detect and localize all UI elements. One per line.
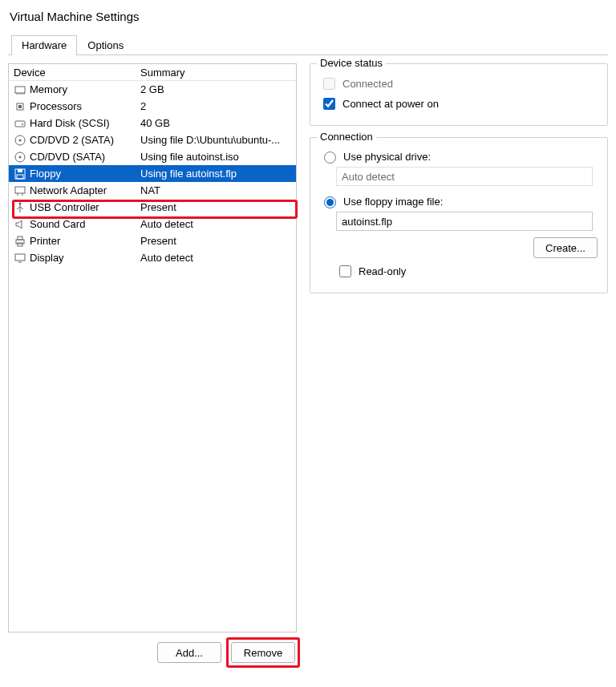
tabstrip: Hardware Options: [8, 34, 608, 55]
device-summary: Using file autoinst.flp: [140, 168, 293, 180]
device-name: Floppy: [30, 168, 61, 180]
device-summary: 2 GB: [140, 83, 293, 95]
device-summary: Present: [140, 235, 293, 247]
device-list-footer: Add... Remove: [8, 632, 297, 663]
connect-poweron-row[interactable]: Connect at power on: [320, 95, 598, 112]
use-physical-label: Use physical drive:: [343, 151, 431, 163]
use-physical-radio[interactable]: [324, 152, 336, 164]
vm-settings-window: Virtual Machine Settings Hardware Option…: [0, 0, 616, 669]
disc-icon: [14, 151, 26, 164]
device-row-usb[interactable]: USB ControllerPresent: [9, 199, 296, 216]
group-connection: Connection Use physical drive: Use flopp…: [310, 137, 608, 293]
physical-drive-field-wrap: [336, 167, 598, 186]
device-summary: Auto detect: [140, 252, 293, 264]
device-name: Processors: [30, 100, 82, 112]
use-image-radio[interactable]: [324, 196, 336, 208]
device-row-floppy[interactable]: FloppyUsing file autoinst.flp: [9, 165, 296, 182]
device-summary: Present: [140, 201, 293, 213]
remove-button[interactable]: Remove: [231, 642, 295, 663]
device-name: Hard Disk (SCSI): [30, 117, 110, 129]
device-name: CD/DVD (SATA): [30, 151, 105, 163]
device-row-net[interactable]: Network AdapterNAT: [9, 182, 296, 199]
device-list[interactable]: Device Summary Memory2 GBProcessors2Hard…: [8, 63, 297, 632]
device-name: Display: [30, 252, 64, 264]
hdd-icon: [14, 117, 26, 130]
use-image-label: Use floppy image file:: [343, 196, 443, 208]
device-row-sound[interactable]: Sound CardAuto detect: [9, 216, 296, 232]
tab-body: Device Summary Memory2 GBProcessors2Hard…: [8, 55, 608, 663]
disc-icon: [14, 134, 26, 147]
device-name: USB Controller: [30, 201, 99, 213]
device-summary: NAT: [140, 184, 293, 196]
use-image-row[interactable]: Use floppy image file:: [320, 194, 598, 208]
add-button[interactable]: Add...: [157, 642, 221, 663]
connected-checkbox-row[interactable]: Connected: [320, 75, 598, 92]
hardware-left-pane: Device Summary Memory2 GBProcessors2Hard…: [8, 63, 297, 663]
connection-buttons: Create...: [320, 237, 598, 258]
connected-label: Connected: [342, 78, 393, 90]
image-file-field-wrap: [336, 212, 598, 231]
device-name: CD/DVD 2 (SATA): [30, 134, 114, 146]
device-summary: 2: [140, 100, 293, 112]
device-row-display[interactable]: DisplayAuto detect: [9, 249, 296, 266]
cpu-icon: [14, 100, 26, 113]
device-row-disc[interactable]: CD/DVD (SATA)Using file autoinst.iso: [9, 148, 296, 165]
window-title: Virtual Machine Settings: [10, 10, 608, 23]
memory-icon: [14, 83, 26, 96]
net-icon: [14, 184, 26, 197]
device-row-disc[interactable]: CD/DVD 2 (SATA)Using file D:\Ubuntu\ubun…: [9, 131, 296, 148]
usb-icon: [14, 201, 26, 214]
device-detail-pane: Device status Connected Connect at power…: [310, 63, 608, 663]
device-row-printer[interactable]: PrinterPresent: [9, 232, 296, 249]
connect-poweron-checkbox[interactable]: [323, 98, 335, 110]
device-summary: Using file D:\Ubuntu\ubuntu-...: [140, 134, 293, 146]
group-title-status: Device status: [317, 57, 386, 69]
device-row-hdd[interactable]: Hard Disk (SCSI)40 GB: [9, 115, 296, 131]
device-summary: 40 GB: [140, 117, 293, 129]
header-device: Device: [12, 67, 140, 79]
device-list-header: Device Summary: [9, 64, 296, 81]
display-icon: [14, 252, 26, 265]
header-summary: Summary: [140, 67, 293, 79]
device-summary: Using file autoinst.iso: [140, 151, 293, 163]
tab-options[interactable]: Options: [77, 35, 134, 55]
device-name: Network Adapter: [30, 184, 107, 196]
create-button[interactable]: Create...: [533, 237, 598, 258]
device-name: Printer: [30, 235, 60, 247]
device-name: Memory: [30, 83, 67, 95]
sound-icon: [14, 218, 26, 231]
device-summary: Auto detect: [140, 218, 293, 230]
floppy-icon: [14, 168, 26, 180]
readonly-row[interactable]: Read-only: [336, 263, 598, 280]
printer-icon: [14, 235, 26, 248]
use-physical-row[interactable]: Use physical drive:: [320, 149, 598, 164]
connected-checkbox[interactable]: [323, 78, 335, 90]
readonly-label: Read-only: [359, 265, 406, 277]
device-row-memory[interactable]: Memory2 GB: [9, 81, 296, 98]
device-name: Sound Card: [30, 218, 85, 230]
device-row-cpu[interactable]: Processors2: [9, 98, 296, 115]
connect-poweron-label: Connect at power on: [342, 98, 439, 110]
remove-highlight: Remove: [231, 642, 295, 663]
physical-drive-field[interactable]: [336, 167, 593, 186]
image-file-field[interactable]: [336, 212, 593, 231]
group-title-connection: Connection: [317, 131, 376, 143]
group-device-status: Device status Connected Connect at power…: [310, 63, 608, 126]
readonly-checkbox[interactable]: [339, 265, 351, 277]
tab-hardware[interactable]: Hardware: [11, 35, 77, 55]
